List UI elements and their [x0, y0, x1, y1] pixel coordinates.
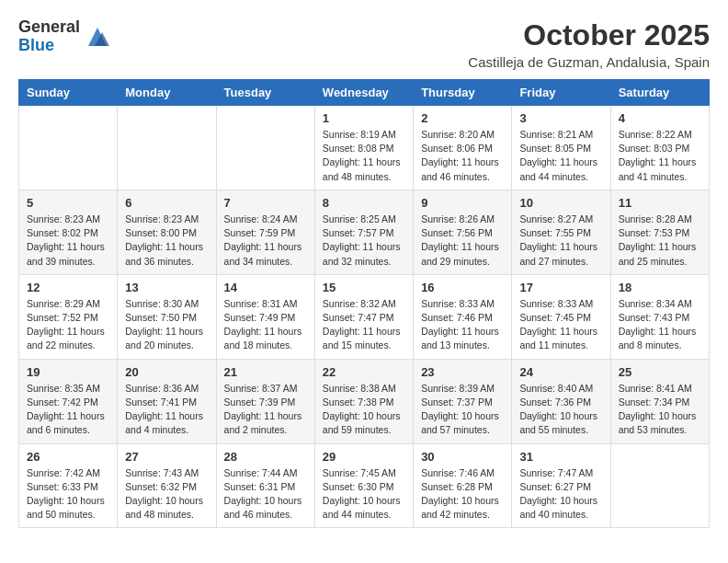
- calendar-cell: 27Sunrise: 7:43 AM Sunset: 6:32 PM Dayli…: [118, 443, 216, 528]
- day-number: 24: [519, 365, 602, 379]
- weekday-header-saturday: Saturday: [610, 80, 709, 106]
- calendar-table: SundayMondayTuesdayWednesdayThursdayFrid…: [18, 79, 710, 528]
- calendar-week-row: 5Sunrise: 8:23 AM Sunset: 8:02 PM Daylig…: [19, 190, 710, 274]
- calendar-cell: 2Sunrise: 8:20 AM Sunset: 8:06 PM Daylig…: [414, 106, 512, 190]
- calendar-cell: 24Sunrise: 8:40 AM Sunset: 7:36 PM Dayli…: [512, 359, 610, 443]
- calendar-cell: 21Sunrise: 8:37 AM Sunset: 7:39 PM Dayli…: [216, 359, 314, 443]
- calendar-cell: 4Sunrise: 8:22 AM Sunset: 8:03 PM Daylig…: [610, 106, 709, 190]
- day-number: 19: [27, 365, 109, 379]
- day-number: 31: [519, 450, 602, 464]
- day-number: 8: [323, 196, 405, 210]
- day-number: 26: [27, 450, 109, 464]
- day-number: 18: [619, 281, 701, 294]
- calendar-cell: 23Sunrise: 8:39 AM Sunset: 7:37 PM Dayli…: [414, 359, 512, 443]
- calendar-cell: 29Sunrise: 7:45 AM Sunset: 6:30 PM Dayli…: [314, 443, 413, 528]
- day-info: Sunrise: 8:25 AM Sunset: 7:57 PM Dayligh…: [323, 213, 405, 269]
- location-title: Castilleja de Guzman, Andalusia, Spain: [468, 54, 710, 70]
- day-info: Sunrise: 8:32 AM Sunset: 7:47 PM Dayligh…: [323, 297, 405, 353]
- calendar-cell: 9Sunrise: 8:26 AM Sunset: 7:56 PM Daylig…: [414, 190, 512, 274]
- day-number: 25: [619, 365, 701, 379]
- day-info: Sunrise: 8:39 AM Sunset: 7:37 PM Dayligh…: [421, 382, 504, 438]
- day-number: 16: [421, 281, 504, 294]
- day-number: 6: [125, 196, 208, 210]
- day-number: 12: [27, 281, 109, 294]
- day-number: 5: [27, 196, 109, 210]
- day-number: 7: [224, 196, 307, 210]
- day-info: Sunrise: 7:46 AM Sunset: 6:28 PM Dayligh…: [421, 466, 504, 523]
- calendar-cell: 14Sunrise: 8:31 AM Sunset: 7:49 PM Dayli…: [216, 274, 314, 359]
- day-info: Sunrise: 8:37 AM Sunset: 7:39 PM Dayligh…: [224, 382, 307, 438]
- calendar-cell: 12Sunrise: 8:29 AM Sunset: 7:52 PM Dayli…: [19, 274, 118, 359]
- day-info: Sunrise: 8:33 AM Sunset: 7:45 PM Dayligh…: [519, 297, 602, 353]
- day-info: Sunrise: 8:33 AM Sunset: 7:46 PM Dayligh…: [421, 297, 504, 353]
- day-number: 10: [519, 196, 602, 210]
- calendar-cell: 6Sunrise: 8:23 AM Sunset: 8:00 PM Daylig…: [118, 190, 216, 274]
- calendar-cell: 20Sunrise: 8:36 AM Sunset: 7:41 PM Dayli…: [118, 359, 216, 443]
- calendar-week-row: 26Sunrise: 7:42 AM Sunset: 6:33 PM Dayli…: [19, 443, 710, 528]
- day-number: 21: [224, 365, 307, 379]
- day-number: 27: [125, 450, 208, 464]
- calendar-cell: 7Sunrise: 8:24 AM Sunset: 7:59 PM Daylig…: [216, 190, 314, 274]
- day-info: Sunrise: 8:41 AM Sunset: 7:34 PM Dayligh…: [619, 382, 701, 438]
- day-number: 3: [519, 111, 602, 125]
- weekday-header-sunday: Sunday: [19, 80, 118, 106]
- day-number: 11: [619, 196, 701, 210]
- logo: General Blue: [18, 18, 111, 55]
- day-number: 2: [421, 111, 504, 125]
- day-number: 30: [421, 450, 504, 464]
- weekday-header-tuesday: Tuesday: [216, 80, 314, 106]
- calendar-cell: 25Sunrise: 8:41 AM Sunset: 7:34 PM Dayli…: [610, 359, 709, 443]
- calendar-cell: 11Sunrise: 8:28 AM Sunset: 7:53 PM Dayli…: [610, 190, 709, 274]
- calendar-cell: 1Sunrise: 8:19 AM Sunset: 8:08 PM Daylig…: [314, 106, 413, 190]
- calendar-cell: 26Sunrise: 7:42 AM Sunset: 6:33 PM Dayli…: [19, 443, 118, 528]
- day-info: Sunrise: 8:20 AM Sunset: 8:06 PM Dayligh…: [421, 128, 504, 184]
- day-number: 23: [421, 365, 504, 379]
- day-number: 22: [323, 365, 405, 379]
- day-info: Sunrise: 8:30 AM Sunset: 7:50 PM Dayligh…: [125, 297, 208, 353]
- day-info: Sunrise: 8:21 AM Sunset: 8:05 PM Dayligh…: [519, 128, 602, 184]
- day-info: Sunrise: 8:23 AM Sunset: 8:00 PM Dayligh…: [125, 213, 208, 269]
- day-info: Sunrise: 8:27 AM Sunset: 7:55 PM Dayligh…: [519, 213, 602, 269]
- day-info: Sunrise: 8:29 AM Sunset: 7:52 PM Dayligh…: [27, 297, 109, 353]
- weekday-header-monday: Monday: [118, 80, 216, 106]
- calendar-cell: 16Sunrise: 8:33 AM Sunset: 7:46 PM Dayli…: [414, 274, 512, 359]
- day-number: 17: [519, 281, 602, 294]
- day-info: Sunrise: 7:42 AM Sunset: 6:33 PM Dayligh…: [27, 466, 109, 523]
- calendar-cell: 19Sunrise: 8:35 AM Sunset: 7:42 PM Dayli…: [19, 359, 118, 443]
- calendar-cell: [118, 106, 216, 190]
- calendar-cell: 8Sunrise: 8:25 AM Sunset: 7:57 PM Daylig…: [314, 190, 413, 274]
- calendar-cell: 22Sunrise: 8:38 AM Sunset: 7:38 PM Dayli…: [314, 359, 413, 443]
- day-info: Sunrise: 8:28 AM Sunset: 7:53 PM Dayligh…: [619, 213, 701, 269]
- weekday-header-thursday: Thursday: [414, 80, 512, 106]
- calendar-cell: 13Sunrise: 8:30 AM Sunset: 7:50 PM Dayli…: [118, 274, 216, 359]
- logo-line1: General: [18, 18, 80, 37]
- day-number: 1: [323, 111, 405, 125]
- day-info: Sunrise: 7:45 AM Sunset: 6:30 PM Dayligh…: [323, 466, 405, 523]
- calendar-cell: 28Sunrise: 7:44 AM Sunset: 6:31 PM Dayli…: [216, 443, 314, 528]
- calendar-week-row: 19Sunrise: 8:35 AM Sunset: 7:42 PM Dayli…: [19, 359, 710, 443]
- day-info: Sunrise: 8:35 AM Sunset: 7:42 PM Dayligh…: [27, 382, 109, 438]
- day-info: Sunrise: 7:47 AM Sunset: 6:27 PM Dayligh…: [519, 466, 602, 523]
- day-number: 29: [323, 450, 405, 464]
- calendar-cell: 3Sunrise: 8:21 AM Sunset: 8:05 PM Daylig…: [512, 106, 610, 190]
- day-info: Sunrise: 8:36 AM Sunset: 7:41 PM Dayligh…: [125, 382, 208, 438]
- calendar-body: 1Sunrise: 8:19 AM Sunset: 8:08 PM Daylig…: [19, 106, 710, 528]
- day-number: 13: [125, 281, 208, 294]
- day-info: Sunrise: 8:19 AM Sunset: 8:08 PM Dayligh…: [323, 128, 405, 184]
- calendar-cell: [216, 106, 314, 190]
- calendar-cell: 17Sunrise: 8:33 AM Sunset: 7:45 PM Dayli…: [512, 274, 610, 359]
- day-info: Sunrise: 8:26 AM Sunset: 7:56 PM Dayligh…: [421, 213, 504, 269]
- day-info: Sunrise: 8:22 AM Sunset: 8:03 PM Dayligh…: [619, 128, 701, 184]
- calendar-cell: 15Sunrise: 8:32 AM Sunset: 7:47 PM Dayli…: [314, 274, 413, 359]
- day-number: 20: [125, 365, 208, 379]
- weekday-row: SundayMondayTuesdayWednesdayThursdayFrid…: [19, 80, 710, 106]
- day-number: 14: [224, 281, 307, 294]
- day-info: Sunrise: 7:44 AM Sunset: 6:31 PM Dayligh…: [224, 466, 307, 523]
- calendar-cell: 31Sunrise: 7:47 AM Sunset: 6:27 PM Dayli…: [512, 443, 610, 528]
- calendar-week-row: 12Sunrise: 8:29 AM Sunset: 7:52 PM Dayli…: [19, 274, 710, 359]
- calendar-cell: 18Sunrise: 8:34 AM Sunset: 7:43 PM Dayli…: [610, 274, 709, 359]
- day-info: Sunrise: 8:40 AM Sunset: 7:36 PM Dayligh…: [519, 382, 602, 438]
- day-info: Sunrise: 8:23 AM Sunset: 8:02 PM Dayligh…: [27, 213, 109, 269]
- month-title: October 2025: [468, 18, 710, 52]
- weekday-header-friday: Friday: [512, 80, 610, 106]
